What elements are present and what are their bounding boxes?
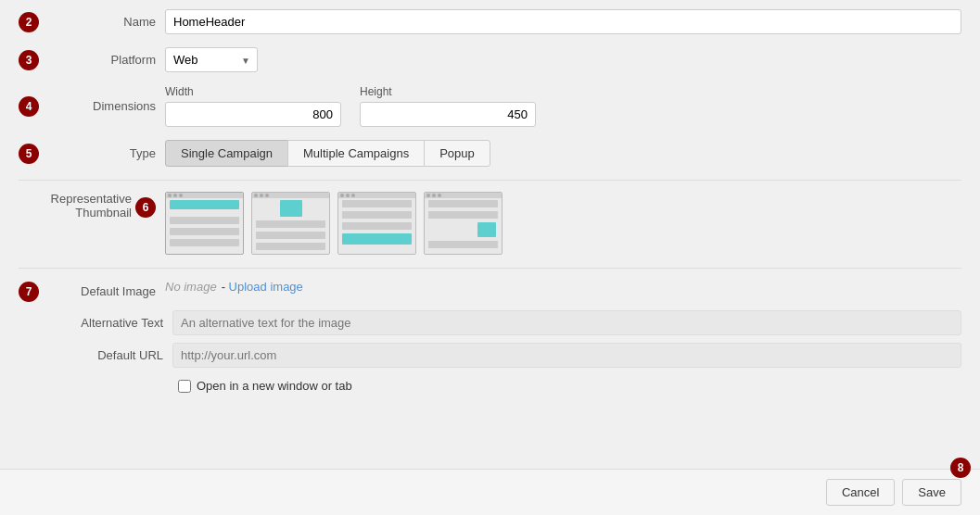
dot [340, 194, 344, 197]
dot [254, 194, 258, 197]
divider-1 [19, 180, 961, 181]
step-badge-7: 7 [19, 282, 39, 302]
type-btn-single[interactable]: Single Campaign [165, 140, 288, 167]
height-input[interactable] [360, 102, 536, 127]
thumb1-top-bar [170, 200, 239, 209]
thumbnail-label-area: Representative Thumbnail 6 [19, 192, 165, 220]
thumb3-bottom-bar [342, 233, 412, 245]
footer-bar: 8 Cancel Save [0, 469, 980, 515]
name-row: 2 Name [19, 9, 961, 34]
dot [265, 194, 269, 197]
type-btn-popup[interactable]: Popup [424, 140, 490, 167]
thumbnails-container [165, 192, 503, 255]
cancel-button[interactable]: Cancel [826, 479, 895, 506]
thumbnail-item-3[interactable] [337, 192, 416, 255]
thumbnail-item-1[interactable] [165, 192, 244, 255]
dot [426, 194, 430, 197]
step-badge-4: 4 [19, 96, 39, 117]
type-buttons: Single Campaign Multiple Campaigns Popup [165, 140, 961, 167]
thumb2-row2 [256, 232, 325, 239]
thumb3-browser-bar [338, 193, 415, 198]
thumb3-row1 [342, 200, 412, 207]
dot [168, 194, 172, 197]
thumbnail-section: Representative Thumbnail 6 [19, 192, 961, 255]
thumb2-browser-bar [252, 193, 329, 198]
dot [173, 194, 177, 197]
thumbnail-item-2[interactable] [251, 192, 330, 255]
form-area: 2 Name 3 Platform Web Mobile Email ▼ [0, 0, 980, 469]
name-label: Name [45, 15, 165, 29]
checkbox-row: Open in a new window or tab [178, 371, 961, 393]
upload-image-link[interactable]: Upload image [229, 280, 303, 294]
platform-label: Platform [45, 53, 165, 67]
dot [179, 194, 183, 197]
dot [260, 194, 263, 197]
step-badge-5: 5 [19, 144, 39, 164]
thumb2-row3 [256, 243, 325, 250]
default-url-control [172, 343, 961, 368]
dot [432, 194, 436, 197]
thumb3-row3 [342, 222, 412, 230]
thumb4-row3 [428, 241, 498, 248]
dimensions-row: 4 Dimensions Width Height [19, 85, 961, 127]
dimensions-inputs: Width Height [165, 85, 961, 127]
alt-text-control [172, 310, 961, 335]
type-label: Type [45, 146, 165, 160]
dot [346, 194, 350, 197]
save-button[interactable]: Save [902, 479, 961, 506]
default-image-control: No image - Upload image [165, 280, 961, 303]
default-url-row: Default URL [19, 343, 961, 368]
thumb1-row2 [170, 228, 239, 235]
thumbnail-label: Representative Thumbnail [19, 192, 132, 220]
type-btn-multiple[interactable]: Multiple Campaigns [287, 140, 425, 167]
alt-text-row: Alternative Text [19, 310, 961, 335]
height-label: Height [360, 85, 536, 98]
dimensions-control: Width Height [165, 85, 961, 127]
default-url-label: Default URL [52, 348, 172, 362]
thumb1-browser-bar [166, 193, 243, 198]
thumb4-browser-bar [425, 193, 502, 198]
dot [351, 194, 355, 197]
platform-control: Web Mobile Email ▼ [165, 47, 961, 72]
open-new-tab-label: Open in a new window or tab [197, 379, 352, 393]
name-input[interactable] [165, 9, 961, 34]
thumb1-row1 [170, 217, 239, 224]
thumb3-row2 [342, 211, 412, 219]
page: 2 Name 3 Platform Web Mobile Email ▼ [0, 0, 980, 515]
alt-text-input[interactable] [172, 310, 961, 335]
platform-select-wrapper: Web Mobile Email ▼ [165, 47, 258, 72]
height-group: Height [360, 85, 536, 127]
thumb4-row2 [428, 211, 498, 219]
divider-2 [19, 268, 961, 269]
no-image-text: No image [165, 280, 217, 294]
thumb4-small-img [477, 222, 496, 237]
dash-text: - [222, 280, 225, 294]
thumb4-row1 [428, 200, 498, 207]
width-group: Width [165, 85, 341, 127]
step-badge-6: 6 [135, 197, 156, 218]
open-new-tab-checkbox[interactable] [178, 380, 191, 393]
step-badge-3: 3 [19, 50, 39, 70]
thumb2-row1 [256, 220, 325, 228]
default-url-input[interactable] [172, 343, 961, 368]
type-row: 5 Type Single Campaign Multiple Campaign… [19, 140, 961, 167]
dimensions-label: Dimensions [45, 99, 165, 113]
dot [438, 194, 441, 197]
step-badge-2: 2 [19, 12, 39, 32]
width-input[interactable] [165, 102, 341, 127]
default-image-row: No image - Upload image [165, 280, 961, 294]
alt-text-label: Alternative Text [52, 316, 172, 330]
platform-select[interactable]: Web Mobile Email [165, 47, 258, 72]
step-badge-8: 8 [950, 458, 971, 478]
type-control: Single Campaign Multiple Campaigns Popup [165, 140, 961, 167]
thumbnail-item-4[interactable] [424, 192, 503, 255]
name-control [165, 9, 961, 34]
open-new-tab-row: Open in a new window or tab [178, 379, 352, 393]
platform-row: 3 Platform Web Mobile Email ▼ [19, 47, 961, 72]
default-image-label: Default Image [45, 284, 165, 298]
thumb2-small-img [280, 200, 302, 217]
thumb1-row3 [170, 239, 239, 246]
width-label: Width [165, 85, 341, 98]
default-image-section: 7 Default Image No image - Upload image [19, 280, 961, 303]
